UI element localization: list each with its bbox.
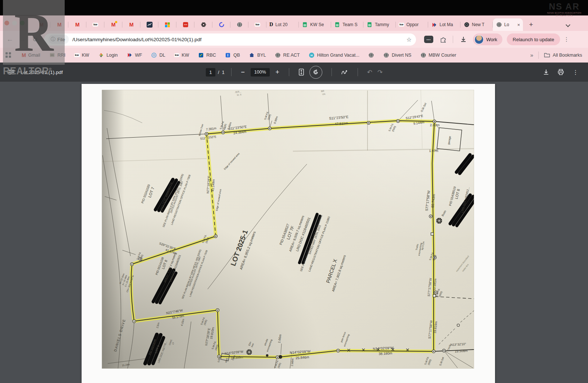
zoom-in-button[interactable]: + xyxy=(273,68,282,76)
pinned-tab-gmail[interactable]: M xyxy=(68,18,86,31)
reload-button[interactable]: ↻ xyxy=(29,36,41,43)
bookmark-globe[interactable] xyxy=(368,52,374,58)
bookmark-qb[interactable]: QB xyxy=(225,52,240,58)
pinned-tab-gpt[interactable] xyxy=(194,18,212,31)
bookmark-rri[interactable]: RRIRRI xyxy=(49,52,65,58)
globe-icon xyxy=(275,52,281,58)
password-manager-icon[interactable]: ••• xyxy=(424,36,433,43)
extensions-puzzle-icon[interactable] xyxy=(440,36,447,43)
globe-icon xyxy=(383,52,390,58)
zoom-window-button[interactable] xyxy=(20,21,25,25)
pinned-tab-gmail[interactable]: M xyxy=(50,18,68,31)
file-scheme-chip[interactable]: ⓘ File xyxy=(49,35,69,44)
pinned-tab-kw[interactable]: kw xyxy=(248,18,266,31)
svg-text:BR: BR xyxy=(321,90,325,92)
tab-bar: MMMkwMMkw DLot 20KW SeTeam STammykwOppor… xyxy=(0,15,588,31)
svg-text:38.180m: 38.180m xyxy=(379,351,392,356)
pdf-divider xyxy=(358,68,358,76)
tab-new-t[interactable]: New T xyxy=(460,18,493,31)
forward-button[interactable]: → xyxy=(16,35,29,43)
pinned-tab-gmail[interactable]: M xyxy=(32,18,50,31)
new-tab-button[interactable]: + xyxy=(526,19,536,30)
tab-lot-ma[interactable]: Lot Ma xyxy=(428,18,460,31)
pdf-print-button[interactable] xyxy=(557,69,564,75)
pdf-menu-kebab-icon[interactable]: ⋮ xyxy=(570,69,581,76)
byl-icon xyxy=(249,52,255,58)
bookmark-wf[interactable]: WF xyxy=(126,52,142,58)
kw-icon: kw xyxy=(74,53,80,57)
address-bar[interactable]: ⓘ File /Users/tammyhines/Downloads/Lot%2… xyxy=(44,33,416,46)
bookmark-star-icon[interactable]: ☆ xyxy=(406,36,412,43)
rotate-page-button[interactable] xyxy=(309,66,322,79)
all-bookmarks-button[interactable]: All Bookmarks xyxy=(544,52,582,58)
pdf-divider xyxy=(231,68,232,76)
bookmark-mbw-courier[interactable]: MBW Courier xyxy=(420,52,456,58)
all-bookmarks-label: All Bookmarks xyxy=(553,53,582,58)
pdf-canvas[interactable]: JER...M. RBRUNWillow Tree7.361mS11°23'50… xyxy=(0,82,588,383)
tab-label: Lot Ma xyxy=(440,22,453,27)
sheets-icon xyxy=(334,22,340,28)
pinned-tab-ms[interactable] xyxy=(158,18,176,31)
pinned-tab-gmail-badge[interactable]: M xyxy=(104,18,122,31)
pinned-tabs: MMMkwMMkw xyxy=(32,18,266,31)
bookmarks-list: MGmailRRIRRIkwKWLoginWFDLkwKWRBCQBBYLRE … xyxy=(22,52,456,58)
pinned-tab-chart[interactable] xyxy=(140,18,158,31)
minimize-window-button[interactable] xyxy=(12,21,17,25)
address-toolbar: ← → ↻ ⓘ File /Users/tammyhines/Downloads… xyxy=(0,31,588,48)
back-button[interactable]: ← xyxy=(4,35,16,43)
pinned-tab-reddots[interactable] xyxy=(176,18,194,31)
bookmark-divert-ns[interactable]: Divert NS xyxy=(383,52,411,58)
page-number-input[interactable]: 1 xyxy=(206,68,215,77)
pdf-menu-hamburger-icon[interactable] xyxy=(8,70,15,75)
redo-button[interactable]: ↷ xyxy=(377,68,383,76)
bookmark-hilton-grand-vacat-[interactable]: HHilton Grand Vacat... xyxy=(309,52,359,58)
bookmark-re-act[interactable]: RE ACT xyxy=(275,52,300,58)
tab-search-chevron-icon[interactable] xyxy=(566,22,570,27)
fit-to-page-button[interactable] xyxy=(298,68,304,76)
pdf-download-button[interactable] xyxy=(543,69,549,75)
tab-oppor[interactable]: kwOppor xyxy=(396,18,428,31)
bookmark-gmail[interactable]: MGmail xyxy=(22,52,40,58)
tab-tammy[interactable]: Tammy xyxy=(363,18,396,31)
svg-text:2.66m: 2.66m xyxy=(290,358,294,366)
profile-chip[interactable]: Work xyxy=(473,33,502,45)
downloads-icon[interactable] xyxy=(460,36,467,43)
tab-label: New T xyxy=(472,22,484,27)
bookmark-kw[interactable]: kwKW xyxy=(74,53,89,58)
pinned-tab-kw[interactable]: kw xyxy=(86,18,104,31)
tab-team-s[interactable]: Team S xyxy=(331,18,363,31)
pdf-right-controls: ⋮ xyxy=(540,69,581,76)
tab-label: Tammy xyxy=(375,22,389,27)
pdf-toolbar: Lot 2025-01 (1).pdf 1 / 1 − 100% + ↶ xyxy=(0,63,588,82)
pinned-tab-globe[interactable] xyxy=(230,18,248,31)
bookmark-kw[interactable]: kwKW xyxy=(174,53,189,58)
bookmark-byl[interactable]: BYL xyxy=(249,52,266,58)
bookmark-label: Gmail xyxy=(28,53,40,58)
bookmark-label: Divert NS xyxy=(392,53,411,58)
undo-button[interactable]: ↶ xyxy=(367,68,372,76)
bookmark-dl[interactable]: DL xyxy=(151,52,165,58)
annotate-draw-button[interactable] xyxy=(341,69,348,75)
reddots-icon xyxy=(182,22,189,28)
bookmarks-overflow-chevron[interactable]: » xyxy=(525,52,538,58)
bookmark-login[interactable]: Login xyxy=(98,52,118,58)
tab-close-icon[interactable]: × xyxy=(517,22,520,28)
zoom-out-button[interactable]: − xyxy=(238,68,248,76)
bookmark-rbc[interactable]: RBC xyxy=(198,52,216,58)
tab-kw-se[interactable]: KW Se xyxy=(299,18,331,31)
zoom-level-input[interactable]: 100% xyxy=(251,68,270,77)
close-window-button[interactable] xyxy=(4,21,9,25)
folder-icon xyxy=(544,52,550,58)
ribbon-icon xyxy=(126,52,133,58)
tab-lo[interactable]: Lo× xyxy=(493,18,523,31)
svg-text:RRI: RRI xyxy=(50,54,54,56)
relaunch-to-update-button[interactable]: Relaunch to update xyxy=(507,33,560,45)
apps-grid-icon[interactable] xyxy=(5,52,11,58)
pinned-tab-gmail[interactable]: M xyxy=(122,18,140,31)
pinned-tab-swirl[interactable] xyxy=(212,18,230,31)
svg-text:UN: UN xyxy=(322,93,325,96)
browser-menu-kebab-icon[interactable]: ⋮ xyxy=(564,36,569,43)
tab-lot-20[interactable]: DLot 20 xyxy=(266,18,299,31)
globe-icon xyxy=(420,52,426,58)
bookmark-label: KW xyxy=(82,53,89,58)
